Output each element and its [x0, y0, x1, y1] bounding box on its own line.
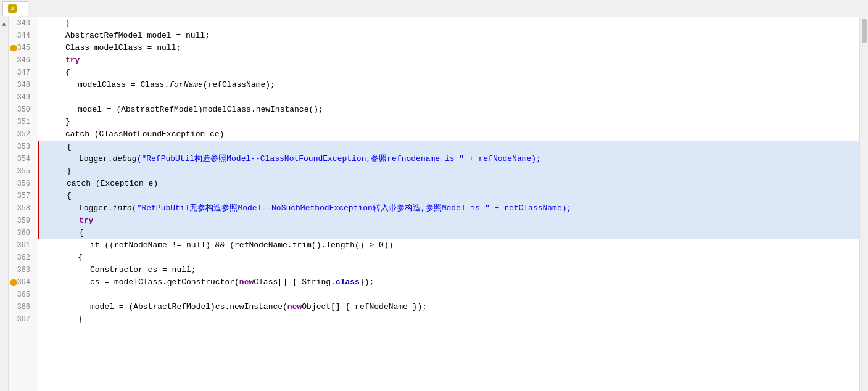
- token: (refClassName);: [203, 79, 275, 91]
- code-line-352: catch (ClassNotFoundException ce): [38, 128, 859, 141]
- line-number-344: 344: [9, 30, 34, 42]
- code-line-364: cs = modelClass.getConstructor(new Class…: [38, 276, 859, 289]
- line-number-363: 363: [9, 264, 34, 276]
- token: model = (AbstractRefModel)modelClass.new…: [78, 104, 323, 116]
- token: {: [65, 67, 70, 79]
- line-number-355: 355: [9, 165, 34, 178]
- line-number-364: 364: [9, 276, 34, 289]
- code-line-349: [38, 91, 859, 104]
- code-line-363: Constructor cs = null;: [38, 264, 859, 276]
- tab-bar: J: [0, 0, 868, 17]
- java-file-icon: J: [8, 4, 17, 13]
- line-number-350: 350: [9, 104, 34, 116]
- scrollbar-thumb[interactable]: [862, 19, 867, 43]
- right-scrollbar[interactable]: [859, 17, 868, 391]
- token: new: [287, 301, 302, 313]
- token: {: [78, 252, 83, 264]
- code-line-358: Logger.info("RefPubUtil无参构造参照Model--NoSu…: [38, 202, 859, 215]
- code-line-365: [38, 289, 859, 301]
- line-number-348: 348: [9, 79, 34, 91]
- token: class: [336, 276, 360, 289]
- line-number-356: 356: [9, 178, 34, 190]
- token: {: [67, 190, 72, 202]
- line-number-353: 353: [9, 141, 34, 153]
- token: {: [79, 227, 84, 239]
- code-line-346: try: [38, 54, 859, 67]
- token: Class[] { String.: [254, 276, 336, 289]
- token: });: [360, 276, 374, 289]
- line-number-367: 367: [9, 313, 34, 326]
- token: try: [79, 215, 93, 227]
- code-line-361: if ((refNodeName != null) && (refNodeNam…: [38, 239, 859, 252]
- warning-dot-345: [11, 45, 17, 51]
- line-number-351: 351: [9, 116, 34, 128]
- code-line-348: modelClass = Class.forName(refClassName)…: [38, 79, 859, 91]
- code-line-344: AbstractRefModel model = null;: [38, 30, 859, 42]
- line-number-361: 361: [9, 239, 34, 252]
- code-line-366: model = (AbstractRefModel)cs.newInstance…: [38, 301, 859, 313]
- code-line-351: }: [38, 116, 859, 128]
- token: Class modelClass = null;: [65, 42, 181, 54]
- fold-arrow-up[interactable]: ▲: [2, 19, 6, 31]
- token: model = (AbstractRefModel)cs.newInstance…: [90, 301, 287, 313]
- warning-dot-364: [11, 279, 17, 286]
- line-number-366: 366: [9, 301, 34, 313]
- code-line-354: Logger.debug("RefPubUtil构造参照Model--Class…: [38, 153, 859, 165]
- token: Constructor cs = null;: [90, 264, 196, 276]
- code-line-345: Class modelClass = null;: [38, 42, 859, 54]
- line-number-359: 359: [9, 215, 34, 227]
- left-gutter: ▲: [0, 17, 9, 391]
- token: ("RefPubUtil无参构造参照Model--NoSuchMethodExc…: [132, 202, 572, 215]
- line-number-362: 362: [9, 252, 34, 264]
- code-line-347: {: [38, 67, 859, 79]
- line-numbers: 3433443453463473483493503513523533543553…: [9, 17, 38, 391]
- token: info: [113, 202, 132, 215]
- token: catch (ClassNotFoundException ce): [65, 128, 224, 141]
- token: }: [65, 17, 70, 30]
- line-number-365: 365: [9, 289, 34, 301]
- token: }: [78, 313, 83, 326]
- code-line-355: }: [38, 165, 859, 178]
- code-line-350: model = (AbstractRefModel)modelClass.new…: [38, 104, 859, 116]
- token: AbstractRefModel model = null;: [65, 30, 210, 42]
- token: }: [67, 165, 72, 178]
- token: debug: [113, 153, 137, 165]
- code-content[interactable]: }AbstractRefModel model = null;Class mod…: [38, 17, 859, 391]
- line-number-346: 346: [9, 54, 34, 67]
- token: try: [65, 54, 80, 67]
- token: {: [67, 141, 72, 154]
- token: new: [239, 276, 254, 289]
- token: cs = modelClass.getConstructor(: [90, 276, 239, 289]
- token: forName: [169, 79, 203, 91]
- token: Logger.: [79, 202, 113, 215]
- line-number-354: 354: [9, 153, 34, 165]
- line-number-343: 343: [9, 17, 34, 30]
- line-number-345: 345: [9, 42, 34, 54]
- code-line-343: }: [38, 17, 859, 30]
- editor-container: J ▲ 343344345346347348349350351352353354…: [0, 0, 868, 391]
- line-number-352: 352: [9, 128, 34, 141]
- token: catch (Exception e): [67, 178, 158, 190]
- code-area: ▲ 34334434534634734834935035135235335435…: [0, 17, 868, 391]
- token: Object[] { refNodeName });: [302, 301, 427, 313]
- tab-item-refpubutil[interactable]: J: [2, 1, 28, 16]
- code-line-357: {: [38, 190, 859, 202]
- line-number-360: 360: [9, 227, 34, 239]
- line-number-347: 347: [9, 67, 34, 79]
- token: modelClass = Class.: [78, 79, 169, 91]
- code-line-359: try: [38, 215, 859, 227]
- line-number-349: 349: [9, 91, 34, 104]
- token: Logger.: [79, 153, 113, 165]
- token: if ((refNodeName != null) && (refNodeNam…: [90, 239, 393, 252]
- line-number-357: 357: [9, 190, 34, 202]
- code-line-356: catch (Exception e): [38, 178, 859, 190]
- code-line-353: {: [38, 141, 859, 153]
- code-line-367: }: [38, 313, 859, 326]
- code-line-360: {: [38, 227, 859, 239]
- code-line-362: {: [38, 252, 859, 264]
- line-number-358: 358: [9, 202, 34, 215]
- token: }: [65, 116, 70, 128]
- token: ("RefPubUtil构造参照Model--ClassNotFoundExce…: [137, 153, 541, 165]
